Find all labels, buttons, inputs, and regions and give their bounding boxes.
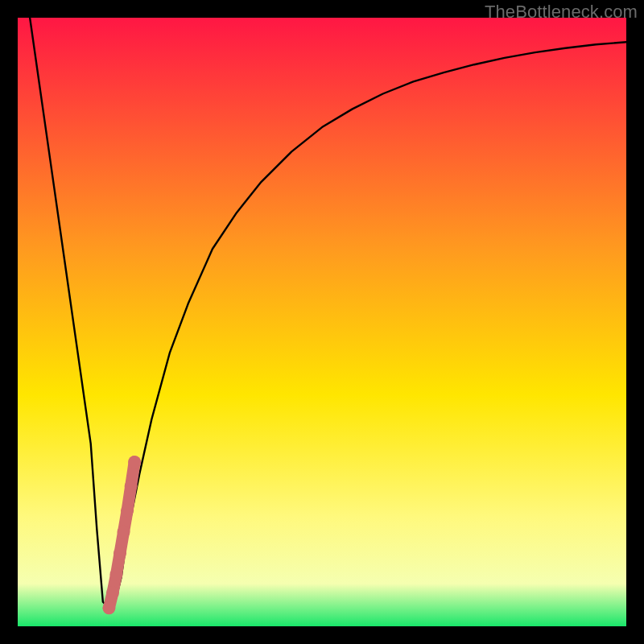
chart-frame: TheBottleneck.com bbox=[0, 0, 644, 644]
accent-dot bbox=[128, 456, 141, 469]
chart-svg bbox=[18, 18, 626, 626]
accent-dot bbox=[118, 526, 130, 539]
accent-dot bbox=[102, 601, 115, 614]
accent-dot bbox=[125, 480, 138, 493]
accent-dot bbox=[114, 547, 126, 559]
gradient-background bbox=[18, 18, 626, 626]
chart-plot-area bbox=[18, 18, 626, 626]
accent-dot bbox=[109, 568, 122, 581]
accent-dot bbox=[121, 504, 134, 517]
accent-dot bbox=[106, 586, 119, 599]
watermark-text: TheBottleneck.com bbox=[485, 2, 638, 23]
